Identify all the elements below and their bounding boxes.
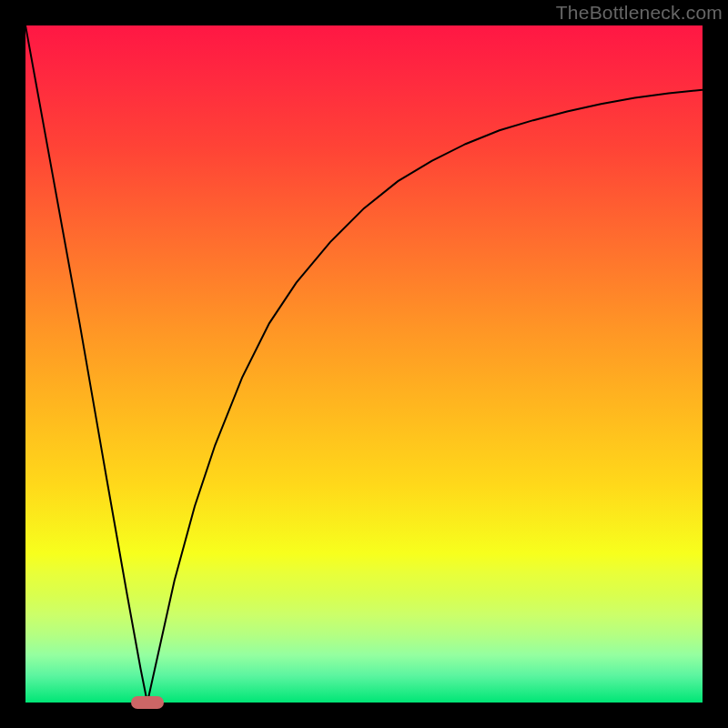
curve-group <box>25 25 703 703</box>
chart-frame: TheBottleneck.com <box>0 0 728 728</box>
right-branch-path <box>147 90 703 703</box>
left-branch-path <box>25 25 147 703</box>
curve-svg <box>25 25 703 703</box>
optimum-marker <box>131 696 164 709</box>
watermark-text: TheBottleneck.com <box>556 2 723 24</box>
plot-area <box>25 25 703 703</box>
